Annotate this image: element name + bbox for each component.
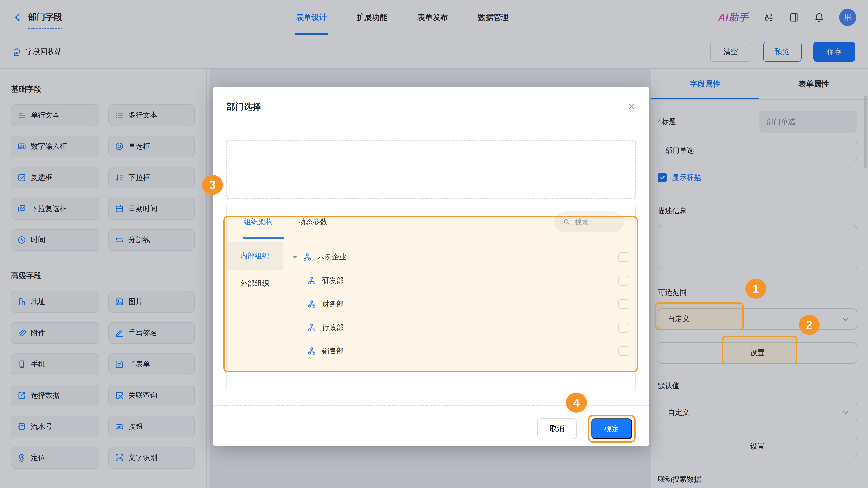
- tree-checkbox[interactable]: [618, 346, 628, 356]
- tab-org-structure[interactable]: 组织架构: [244, 217, 273, 227]
- tree-checkbox[interactable]: [618, 275, 628, 286]
- department-picker: 组织架构 动态参数 搜索 内部组织 外部组织: [226, 205, 636, 390]
- tree-node-label: 行政部: [322, 323, 344, 332]
- tour-step-badge-2: 2: [799, 315, 819, 335]
- tree-checkbox[interactable]: [618, 299, 628, 309]
- picker-search-input[interactable]: 搜索: [554, 212, 624, 232]
- field-drop-placeholder: [226, 140, 636, 199]
- tour-step-badge-3: 3: [202, 175, 223, 195]
- caret-down-icon[interactable]: [292, 256, 298, 259]
- org-icon: [303, 253, 311, 261]
- tour-step-badge-1: 1: [745, 279, 766, 299]
- tree-row-dept[interactable]: 研发部: [292, 269, 628, 292]
- tree-node-label: 财务部: [322, 299, 344, 309]
- tree-row-dept[interactable]: 行政部: [292, 316, 628, 339]
- search-icon: [562, 218, 571, 226]
- scope-external-org[interactable]: 外部组织: [227, 270, 283, 297]
- search-placeholder: 搜索: [575, 217, 589, 227]
- picker-body: 内部组织 外部组织 示例企业: [227, 239, 635, 390]
- department-select-modal: 部门选择 ✕ 组织架构 动态参数 搜索 内部组织 外部组织: [213, 87, 649, 446]
- tree-row-root[interactable]: 示例企业: [292, 246, 628, 269]
- org-icon: [307, 323, 316, 332]
- tree-node-label: 研发部: [322, 275, 344, 286]
- tree-row-dept[interactable]: 财务部: [292, 292, 628, 316]
- org-icon: [307, 300, 316, 308]
- org-scope-list: 内部组织 外部组织: [227, 239, 283, 390]
- cancel-button[interactable]: 取消: [537, 418, 577, 439]
- tree-row-dept[interactable]: 销售部: [292, 339, 628, 363]
- org-tree: 示例企业 研发部 财务部: [283, 239, 635, 390]
- modal-header: 部门选择 ✕: [213, 87, 649, 127]
- tab-dynamic-params[interactable]: 动态参数: [298, 217, 327, 227]
- confirm-button[interactable]: 确定: [591, 418, 632, 439]
- tour-step-badge-4: 4: [566, 393, 587, 413]
- scope-internal-org[interactable]: 内部组织: [227, 242, 283, 270]
- tree-checkbox[interactable]: [618, 323, 628, 332]
- picker-tabs-row: 组织架构 动态参数 搜索: [227, 205, 635, 239]
- org-icon: [307, 276, 316, 285]
- org-icon: [307, 347, 316, 355]
- ok-button-highlight-ring: 确定: [588, 415, 636, 443]
- modal-title: 部门选择: [226, 101, 261, 112]
- tree-node-label: 销售部: [322, 346, 344, 356]
- tree-node-label: 示例企业: [317, 252, 346, 262]
- modal-footer: 取消 确定: [213, 406, 649, 443]
- tree-checkbox[interactable]: [618, 252, 628, 262]
- close-icon[interactable]: ✕: [627, 102, 636, 111]
